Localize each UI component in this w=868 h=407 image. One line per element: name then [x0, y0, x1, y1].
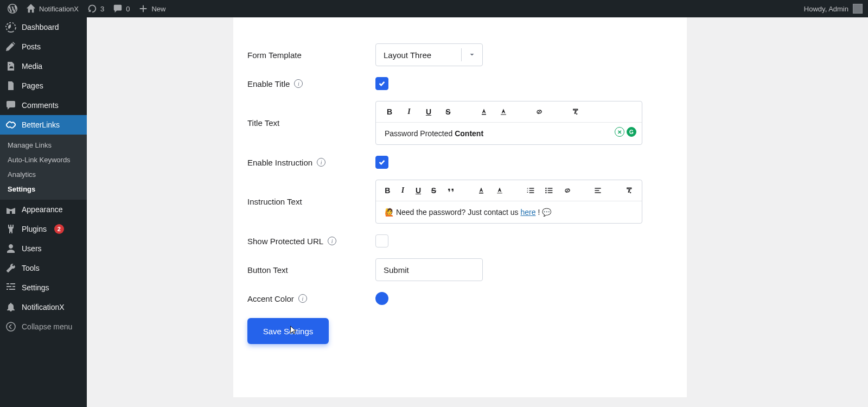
row-form-template: Form Template Layout Three: [233, 28, 687, 72]
submenu-manage-links[interactable]: Manage Links: [0, 138, 87, 152]
strike-icon[interactable]: S: [443, 107, 453, 117]
comment-count: 0: [126, 5, 130, 13]
svg-point-5: [545, 192, 546, 193]
info-icon[interactable]: i: [328, 237, 336, 245]
menu-dashboard[interactable]: Dashboard: [0, 17, 87, 37]
italic-icon[interactable]: I: [404, 107, 414, 117]
grammarly-badge-icon[interactable]: ✕: [615, 127, 624, 137]
site-home[interactable]: NotificationX: [22, 0, 83, 17]
chevron-down-icon: [468, 51, 476, 59]
instruction-text-content[interactable]: 🙋 Need the password? Just contact us her…: [376, 201, 642, 223]
ordered-list-icon[interactable]: [526, 186, 535, 195]
row-show-protected-url: Show Protected URL i: [233, 229, 687, 253]
row-enable-instruction: Enable Instruction i: [233, 150, 687, 174]
menu-collapse[interactable]: Collapse menu: [0, 317, 87, 336]
instruction-link[interactable]: here: [520, 208, 535, 217]
svg-rect-1: [501, 114, 506, 115]
menu-tools[interactable]: Tools: [0, 258, 87, 278]
text-color-icon[interactable]: [479, 107, 489, 117]
howdy-text[interactable]: Howdy, Admin: [804, 5, 848, 13]
menu-betterlinks[interactable]: BetterLinks: [0, 115, 87, 135]
underline-icon[interactable]: U: [416, 186, 421, 195]
label-form-template: Form Template: [233, 50, 375, 60]
highlight-icon[interactable]: [499, 107, 508, 117]
clear-format-icon[interactable]: [624, 186, 633, 195]
text-color-icon[interactable]: [477, 186, 486, 195]
info-icon[interactable]: i: [317, 158, 326, 167]
link-icon[interactable]: [563, 186, 572, 195]
row-instruction-text: Instruction Text B I U S: [233, 174, 687, 229]
info-icon[interactable]: i: [298, 294, 307, 303]
quote-icon[interactable]: [446, 186, 455, 195]
save-settings-button[interactable]: Save Settings: [247, 318, 329, 344]
menu-notificationx[interactable]: NotificationX: [0, 297, 87, 317]
label-show-protected-url: Show Protected URL: [247, 237, 323, 246]
wp-logo[interactable]: [3, 0, 22, 17]
title-toolbar: B I U S: [376, 101, 642, 123]
content-wrap: Form Template Layout Three Enable Title …: [87, 17, 868, 407]
submenu-auto-link[interactable]: Auto-Link Keywords: [0, 152, 87, 167]
align-icon[interactable]: [593, 186, 602, 195]
underline-icon[interactable]: U: [424, 107, 433, 117]
label-accent-color: Accent Color: [247, 294, 294, 303]
input-button-text[interactable]: [375, 258, 483, 281]
label-instruction-text: Instruction Text: [233, 197, 375, 206]
menu-users[interactable]: Users: [0, 239, 87, 258]
submenu-settings[interactable]: Settings: [0, 182, 87, 196]
row-enable-title: Enable Title i: [233, 72, 687, 96]
plugins-badge: 2: [54, 224, 64, 234]
admin-bar: NotificationX 3 0 New Howdy, Admin: [0, 0, 868, 17]
label-enable-title: Enable Title: [247, 79, 290, 88]
submenu-analytics[interactable]: Analytics: [0, 167, 87, 182]
checkbox-enable-instruction[interactable]: [375, 156, 388, 169]
info-icon[interactable]: i: [294, 79, 303, 88]
instruction-toolbar: B I U S: [376, 180, 642, 201]
row-button-text: Button Text: [233, 253, 687, 287]
select-form-template[interactable]: Layout Three: [375, 43, 483, 66]
bold-icon[interactable]: B: [385, 186, 390, 195]
label-title-text: Title Text: [233, 118, 375, 128]
site-name: NotificationX: [39, 5, 79, 13]
editor-title-text: B I U S Passw: [375, 101, 642, 145]
title-text-content[interactable]: Password Protected Content ✕ G: [376, 123, 642, 144]
color-swatch[interactable]: [375, 292, 388, 305]
menu-appearance[interactable]: Appearance: [0, 200, 87, 219]
svg-rect-2: [497, 193, 502, 194]
update-count: 3: [100, 5, 104, 13]
new-content[interactable]: New: [134, 0, 170, 17]
svg-point-4: [545, 190, 546, 191]
bold-icon[interactable]: B: [385, 107, 394, 117]
unordered-list-icon[interactable]: [545, 186, 553, 195]
grammarly-icon[interactable]: G: [627, 127, 636, 137]
admin-sidebar: Dashboard Posts Media Pages Comments Bet…: [0, 17, 87, 407]
link-icon[interactable]: [534, 107, 544, 117]
comments[interactable]: 0: [108, 0, 134, 17]
menu-pages[interactable]: Pages: [0, 76, 87, 96]
svg-point-0: [7, 322, 15, 331]
checkbox-show-protected-url[interactable]: [375, 234, 388, 247]
italic-icon[interactable]: I: [400, 186, 405, 195]
svg-point-3: [545, 188, 546, 189]
menu-media[interactable]: Media: [0, 56, 87, 76]
label-enable-instruction: Enable Instruction: [247, 158, 312, 167]
menu-plugins[interactable]: Plugins 2: [0, 219, 87, 239]
editor-instruction-text: B I U S: [375, 180, 642, 224]
label-button-text: Button Text: [233, 265, 375, 275]
avatar[interactable]: [853, 4, 863, 14]
submenu-betterlinks: Manage Links Auto-Link Keywords Analytic…: [0, 135, 87, 200]
row-title-text: Title Text B I U S: [233, 96, 687, 150]
updates[interactable]: 3: [83, 0, 108, 17]
menu-posts[interactable]: Posts: [0, 37, 87, 56]
row-accent-color: Accent Color i: [233, 287, 687, 310]
checkbox-enable-title[interactable]: [375, 77, 388, 90]
new-label: New: [151, 5, 165, 13]
highlight-icon[interactable]: [495, 186, 504, 195]
strike-icon[interactable]: S: [431, 186, 436, 195]
select-value: Layout Three: [384, 50, 431, 60]
clear-format-icon[interactable]: [570, 107, 580, 117]
menu-settings[interactable]: Settings: [0, 278, 87, 297]
menu-comments[interactable]: Comments: [0, 96, 87, 115]
settings-panel: Form Template Layout Three Enable Title …: [233, 17, 687, 397]
